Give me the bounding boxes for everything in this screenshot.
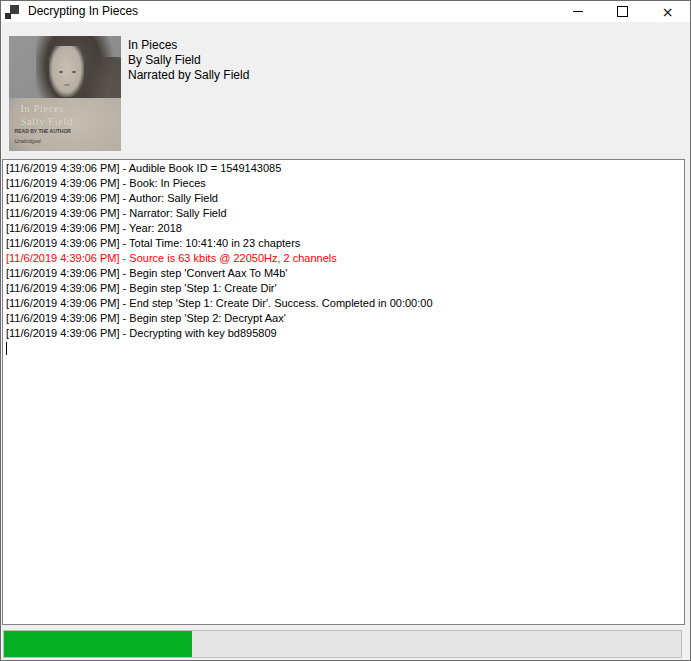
- window-title: Decrypting In Pieces: [28, 1, 138, 22]
- caption-buttons: ×: [555, 1, 690, 22]
- log-line: [11/6/2019 4:39:06 PM] - Begin step 'Ste…: [6, 311, 684, 326]
- cover-badge-read-by: READ BY THE AUTHOR: [15, 129, 71, 134]
- log-line: [11/6/2019 4:39:06 PM] - Begin step 'Con…: [6, 266, 684, 281]
- book-title: In Pieces: [128, 38, 249, 53]
- book-info: In Pieces By Sally Field Narrated by Sal…: [128, 38, 249, 83]
- log-line: [11/6/2019 4:39:06 PM] - Begin step 'Ste…: [6, 281, 684, 296]
- decrypt-progress-bar: [3, 630, 682, 658]
- cover-text: In Pieces Sally Field: [20, 102, 72, 128]
- log-line-error: [11/6/2019 4:39:06 PM] - Source is 63 kb…: [6, 251, 684, 266]
- progress-fill: [4, 631, 192, 657]
- log-line: [11/6/2019 4:39:06 PM] - Decrypting with…: [6, 326, 684, 341]
- log-line: [11/6/2019 4:39:06 PM] - Total Time: 10:…: [6, 236, 684, 251]
- minimize-button[interactable]: [555, 1, 600, 22]
- log-line: [11/6/2019 4:39:06 PM] - Audible Book ID…: [6, 161, 684, 176]
- maximize-button[interactable]: [600, 1, 645, 22]
- book-cover: In Pieces Sally Field READ BY THE AUTHOR…: [9, 36, 121, 151]
- close-icon: ×: [662, 5, 674, 19]
- cover-author: Sally Field: [20, 115, 72, 128]
- close-button[interactable]: ×: [645, 1, 690, 22]
- log-line: [11/6/2019 4:39:06 PM] - Narrator: Sally…: [6, 206, 684, 221]
- log-line: [11/6/2019 4:39:06 PM] - Book: In Pieces: [6, 176, 684, 191]
- text-caret: [6, 342, 7, 355]
- log-textbox[interactable]: [11/6/2019 4:39:06 PM] - Audible Book ID…: [2, 159, 685, 625]
- cover-badges: READ BY THE AUTHOR Unabridged: [15, 129, 71, 144]
- cover-badge-unabridged: Unabridged: [15, 139, 71, 144]
- cover-portrait-eye: [59, 71, 63, 73]
- app-icon-square-large: [10, 5, 19, 14]
- maximize-icon: [617, 6, 628, 17]
- log-line: [11/6/2019 4:39:06 PM] - End step 'Step …: [6, 296, 684, 311]
- app-window: Decrypting In Pieces × In Pieces Sally F…: [0, 0, 691, 661]
- minimize-icon: [573, 11, 583, 12]
- book-author: By Sally Field: [128, 53, 249, 68]
- book-narrator: Narrated by Sally Field: [128, 68, 249, 83]
- cover-portrait-eye: [72, 71, 76, 73]
- cover-title: In Pieces: [20, 102, 72, 115]
- log-line: [11/6/2019 4:39:06 PM] - Author: Sally F…: [6, 191, 684, 206]
- app-icon: [5, 5, 19, 19]
- cover-portrait-face: [49, 46, 84, 97]
- log-line: [11/6/2019 4:39:06 PM] - Year: 2018: [6, 221, 684, 236]
